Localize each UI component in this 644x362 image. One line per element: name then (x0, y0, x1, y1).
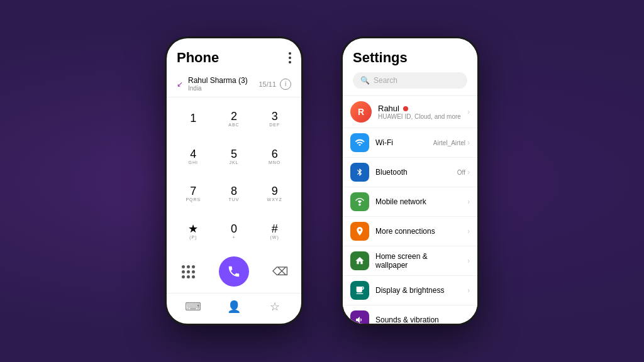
display-content: Display & brightness (375, 286, 461, 295)
more-connections-item[interactable]: More connections › (343, 217, 477, 246)
wifi-item[interactable]: Wi-Fi Airtel_Airtel › (343, 128, 477, 158)
wifi-icon-bg (350, 133, 369, 152)
bluetooth-icon-bg (350, 163, 369, 182)
homescreen-right: › (467, 256, 470, 265)
account-chevron: › (467, 107, 470, 116)
mobile-right: › (467, 197, 470, 206)
nav-favorites-button[interactable]: ☆ (267, 299, 283, 315)
grid-icon (182, 265, 195, 278)
homescreen-item[interactable]: Home screen & wallpaper › (343, 246, 477, 276)
connections-content: More connections (375, 227, 461, 236)
chevron-right-icon: › (467, 315, 470, 324)
wifi-label: Wi-Fi (375, 138, 427, 147)
phone-call-icon (227, 265, 241, 278)
display-icon-bg (350, 281, 369, 300)
dial-key-2[interactable]: 2 ABC (214, 100, 255, 138)
phone-app-title: Phone (177, 50, 219, 66)
call-button[interactable] (219, 256, 249, 287)
phone-bottom-nav: ⌨ 👤 ☆ (167, 293, 301, 324)
mobile-network-icon (355, 197, 365, 207)
dial-key-star[interactable]: ★ (P) (173, 212, 214, 250)
chevron-right-icon: › (467, 286, 470, 295)
sounds-right: › (467, 315, 470, 324)
backspace-button[interactable]: ⌫ (271, 263, 289, 280)
homescreen-label: Home screen & wallpaper (375, 252, 461, 270)
chevron-right-icon: › (467, 168, 470, 177)
sounds-icon-bg (350, 310, 369, 324)
settings-app: Settings 🔍 Search R Rahul HUAWEI (343, 38, 477, 324)
dialpad: 1 2 ABC 3 DEF 4 GHI 5 JKL (167, 97, 301, 253)
chevron-right-icon: › (467, 227, 470, 236)
connections-right: › (467, 227, 470, 236)
settings-header: Settings 🔍 Search (343, 38, 477, 95)
search-placeholder: Search (374, 76, 397, 85)
account-name: Rahul (378, 104, 461, 113)
display-label: Display & brightness (375, 286, 461, 295)
backspace-icon: ⌫ (272, 265, 288, 278)
dial-key-7[interactable]: 7 PQRS (173, 175, 214, 213)
bluetooth-right: Off › (457, 168, 470, 177)
bluetooth-icon (355, 167, 364, 177)
account-item[interactable]: R Rahul HUAWEI ID, Cloud, and more › (343, 96, 477, 128)
dial-key-hash[interactable]: # (W) (254, 212, 295, 250)
call-info: Rahul Sharma (3) India (188, 76, 248, 92)
display-item[interactable]: Display & brightness › (343, 276, 477, 305)
bluetooth-item[interactable]: Bluetooth Off › (343, 158, 477, 187)
notification-dot (403, 106, 408, 111)
wifi-icon (355, 138, 365, 148)
connections-icon (355, 226, 365, 236)
bluetooth-value: Off (457, 169, 465, 176)
favorites-icon: ☆ (270, 300, 280, 314)
contacts-icon: 👤 (227, 300, 241, 314)
call-info-button[interactable]: i (280, 79, 291, 90)
missed-call-icon: ↙ (177, 80, 183, 89)
contacts-grid-button[interactable] (179, 263, 197, 280)
wifi-content: Wi-Fi (375, 138, 427, 147)
mobile-label: Mobile network (375, 197, 461, 206)
dial-key-3[interactable]: 3 DEF (254, 100, 295, 138)
bluetooth-label: Bluetooth (375, 168, 451, 177)
phone-device: Phone ↙ Rahul Sharma (3) India 15/ (165, 36, 303, 326)
display-right: › (467, 286, 470, 295)
chevron-right-icon: › (467, 256, 470, 265)
homescreen-icon (355, 256, 365, 266)
dial-key-4[interactable]: 4 GHI (173, 138, 214, 175)
recent-call-left: ↙ Rahul Sharma (3) India (177, 76, 248, 92)
call-count: 15/11 (258, 80, 276, 88)
wifi-value: Airtel_Airtel (433, 140, 465, 146)
dial-key-0[interactable]: 0 + (214, 212, 255, 250)
call-meta: 15/11 i (258, 79, 291, 90)
account-avatar: R (350, 101, 372, 123)
dial-key-1[interactable]: 1 (173, 100, 214, 138)
settings-search-bar[interactable]: 🔍 Search (353, 72, 467, 89)
chevron-right-icon: › (467, 107, 470, 116)
dial-key-8[interactable]: 8 TUV (214, 175, 255, 213)
mobile-content: Mobile network (375, 197, 461, 206)
more-options-button[interactable] (289, 52, 291, 63)
recent-call-item[interactable]: ↙ Rahul Sharma (3) India 15/11 i (167, 71, 301, 97)
account-subtitle: HUAWEI ID, Cloud, and more (378, 113, 461, 120)
connections-label: More connections (375, 227, 461, 236)
dot3 (289, 61, 291, 63)
dial-key-9[interactable]: 9 WXYZ (254, 175, 295, 213)
caller-country: India (188, 85, 248, 92)
dial-actions: ⌫ (167, 253, 301, 293)
connections-icon-bg (350, 222, 369, 241)
dot2 (289, 57, 291, 59)
mobile-network-item[interactable]: Mobile network › (343, 187, 477, 217)
nav-dialpad-button[interactable]: ⌨ (185, 299, 201, 315)
settings-screen: Settings 🔍 Search R Rahul HUAWEI (343, 38, 477, 324)
sounds-label: Sounds & vibration (375, 315, 461, 324)
chevron-right-icon: › (467, 197, 470, 206)
homescreen-icon-bg (350, 251, 369, 270)
phone-screen: Phone ↙ Rahul Sharma (3) India 15/ (167, 38, 301, 324)
homescreen-content: Home screen & wallpaper (375, 252, 461, 270)
sounds-item[interactable]: Sounds & vibration › (343, 305, 477, 324)
settings-title: Settings (353, 50, 467, 66)
dialpad-icon: ⌨ (185, 300, 201, 314)
dial-key-5[interactable]: 5 JKL (214, 138, 255, 175)
caller-name: Rahul Sharma (3) (188, 76, 248, 85)
dial-key-6[interactable]: 6 MNO (254, 138, 295, 175)
phone-app: Phone ↙ Rahul Sharma (3) India 15/ (167, 38, 301, 324)
nav-contacts-button[interactable]: 👤 (226, 299, 242, 315)
